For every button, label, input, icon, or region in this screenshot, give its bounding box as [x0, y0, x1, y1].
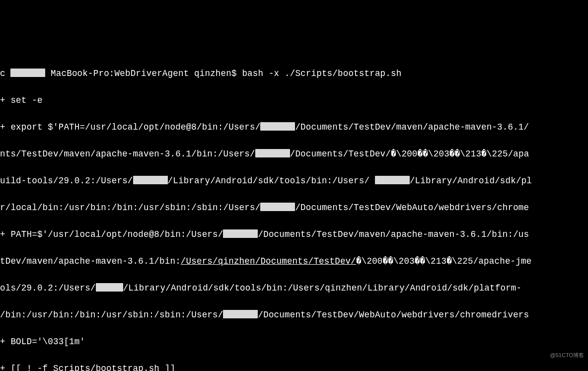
- terminal-line: tDev/maven/apache-maven-3.6.1/bin:/Users…: [0, 255, 588, 268]
- terminal-line: /bin:/usr/bin:/bin:/usr/sbin:/sbin:/User…: [0, 308, 588, 322]
- redacted-text: [133, 176, 168, 184]
- terminal-line: nts/TestDev/maven/apache-maven-3.6.1/bin…: [0, 148, 588, 161]
- path-link[interactable]: /Users/qinzhen/Documents/TestDev/: [181, 256, 356, 266]
- redacted-text: [223, 310, 258, 318]
- terminal-line: r/local/bin:/usr/bin:/bin:/usr/sbin:/sbi…: [0, 201, 588, 215]
- terminal-line: + set -e: [0, 94, 588, 107]
- terminal-line: + [[ ! -f Scripts/bootstrap.sh ]]: [0, 362, 588, 371]
- watermark-text: @51CTO博客: [550, 349, 584, 362]
- command-text: bash -x ./Scripts/bootstrap.sh: [242, 69, 401, 78]
- redacted-text: [10, 69, 45, 77]
- redacted-text: [375, 176, 410, 184]
- prompt-prefix: c: [0, 69, 5, 78]
- redacted-text: [223, 229, 258, 238]
- terminal-line: + BOLD='\033[1m': [0, 335, 588, 349]
- redacted-text: [260, 203, 295, 211]
- terminal-line: uild-tools/29.0.2:/Users//Library/Androi…: [0, 174, 588, 188]
- terminal-line: + PATH=$'/usr/local/opt/node@8/bin:/User…: [0, 228, 588, 241]
- terminal-line: + export $'PATH=/usr/local/opt/node@8/bi…: [0, 121, 588, 134]
- terminal-output: c MacBook-Pro:WebDriverAgent qinzhen$ ba…: [0, 54, 588, 371]
- redacted-text: [96, 283, 123, 292]
- redacted-text: [260, 122, 295, 131]
- prompt-host: MacBook-Pro:WebDriverAgent qinzhen$: [45, 69, 242, 78]
- redacted-text: [255, 149, 290, 157]
- terminal-line: ols/29.0.2:/Users//Library/Android/sdk/t…: [0, 282, 588, 295]
- terminal-line: c MacBook-Pro:WebDriverAgent qinzhen$ ba…: [0, 67, 588, 80]
